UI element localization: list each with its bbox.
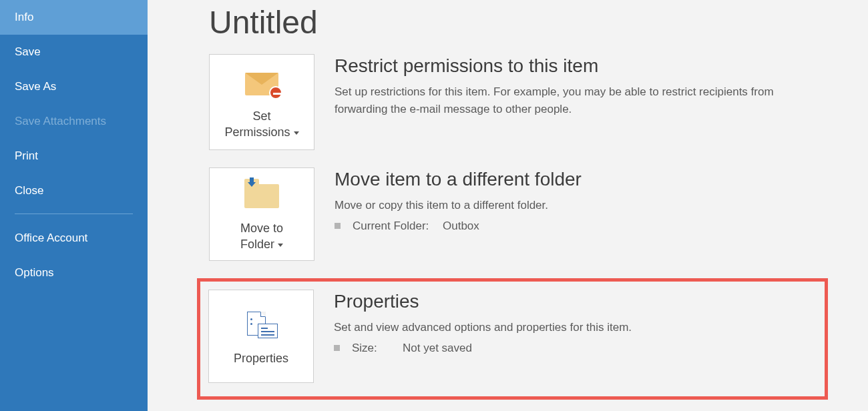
properties-icon [243,306,279,346]
backstage-sidebar: Info Save Save As Save Attachments Print… [0,0,148,411]
move-description: Move or copy this item to a different fo… [335,197,582,214]
current-folder-label: Current Folder: [353,220,443,233]
chevron-down-icon [294,131,299,135]
permissions-description: Set up restrictions for this item. For e… [335,83,829,117]
bullet-icon [334,345,340,351]
sidebar-item-save-as[interactable]: Save As [0,69,148,104]
size-row: Size: Not yet saved [334,342,632,355]
properties-button[interactable]: Properties [208,290,314,383]
chevron-down-icon [278,244,283,247]
properties-highlight: Properties Properties Set and view advan… [197,278,828,400]
properties-button-label: Properties [234,350,288,366]
move-to-folder-button[interactable]: Move to Folder [209,167,314,261]
sidebar-divider [15,214,133,214]
size-label: Size: [352,342,392,355]
size-value: Not yet saved [403,342,472,355]
envelope-restrict-icon [245,64,278,104]
current-folder-row: Current Folder: Outbox [335,220,582,233]
sidebar-item-office-account[interactable]: Office Account [0,221,148,256]
permissions-heading: Restrict permissions to this item [335,55,829,77]
properties-content: Properties Set and view advanced options… [334,290,632,355]
move-heading: Move item to a different folder [335,169,582,190]
sidebar-item-options[interactable]: Options [0,256,148,290]
move-folder-icon [244,176,279,216]
permissions-content: Restrict permissions to this item Set up… [335,54,829,123]
move-to-folder-label: Move to Folder [240,220,283,253]
page-title: Untitled [209,4,841,41]
sidebar-item-info[interactable]: Info [0,0,148,35]
sidebar-item-close[interactable]: Close [0,173,148,208]
set-permissions-label: Set Permissions [224,108,298,141]
backstage-main: Untitled Set Permissions Restrict permis… [148,0,868,411]
section-move: Move to Folder Move item to a different … [209,167,841,261]
section-permissions: Set Permissions Restrict permissions to … [209,54,841,150]
sidebar-item-save-attachments: Save Attachments [0,104,148,139]
bullet-icon [335,223,341,229]
sidebar-item-save[interactable]: Save [0,35,148,69]
set-permissions-button[interactable]: Set Permissions [209,54,314,150]
current-folder-value: Outbox [443,220,479,233]
move-content: Move item to a different folder Move or … [335,167,582,233]
sidebar-item-print[interactable]: Print [0,139,148,173]
properties-heading: Properties [334,291,632,312]
properties-description: Set and view advanced options and proper… [334,319,632,336]
